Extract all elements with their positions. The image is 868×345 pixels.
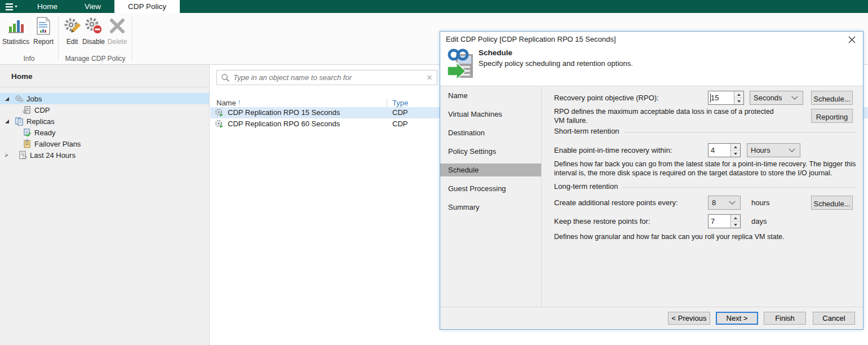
spin-down-icon[interactable] [731,151,740,157]
tab-view[interactable]: View [71,0,114,13]
ribbon-group-separator [132,16,132,61]
wizard-steps-nav: Name Virtual Machines Destination Policy… [440,86,542,307]
long-term-schedule-button[interactable]: Schedule... [811,196,853,210]
tree-item-cdp[interactable]: CDP [0,104,209,116]
statistics-button[interactable]: Statistics [3,16,28,51]
last-24-hours-icon [18,151,27,160]
pit-unit-dropdown[interactable]: Hours [747,143,800,157]
next-button[interactable]: Next > [716,312,758,325]
pit-value-spinner[interactable]: 4 [708,143,741,157]
veeam-console-window: Home View CDP Policy Statistics [0,0,868,345]
edit-gear-icon [63,16,82,36]
rpo-description: RPO defines the maximum acceptable data … [554,108,774,125]
restore-interval-unit-label: hours [751,198,770,207]
step-virtual-machines[interactable]: Virtual Machines [440,105,541,123]
tree-item-jobs[interactable]: Jobs [0,93,209,104]
spin-up-icon[interactable] [734,91,743,98]
step-name[interactable]: Name [440,86,541,105]
disable-button[interactable]: Disable [81,16,106,51]
delete-button[interactable]: Delete [105,16,130,51]
previous-button[interactable]: < Previous [668,312,710,325]
spin-up-icon[interactable] [731,215,740,222]
nav-panel-title: Home [11,72,33,81]
column-header-name[interactable]: Name [216,99,236,107]
ribbon-group-info: Statistics Report Inf [0,13,58,64]
ribbon-group-manage: Edit Disable [59,13,132,64]
nav-separator [0,87,209,87]
step-summary[interactable]: Summary [440,198,541,216]
keep-days-spinner[interactable]: 7 [708,214,741,228]
restore-interval-dropdown[interactable]: 8 [708,196,741,210]
statistics-icon [6,16,25,36]
create-restore-points-label: Create additional restore points every: [554,198,678,207]
step-destination[interactable]: Destination [440,123,541,142]
finish-button[interactable]: Finish [764,312,806,325]
spin-up-icon[interactable] [731,144,740,151]
failover-plans-icon [23,139,32,148]
tree-item-failover-plans[interactable]: Failover Plans [0,138,209,149]
keep-days-unit-label: days [751,217,767,225]
tab-cdp-policy[interactable]: CDP Policy [114,0,180,13]
step-guest-processing[interactable]: Guest Processing [440,179,541,198]
column-header-type[interactable]: Type [392,99,408,107]
clear-search-icon[interactable]: × [427,73,432,82]
cdp-job-icon [23,105,32,114]
edit-cdp-policy-dialog: Edit CDP Policy [CDP Replication RPO 15 … [440,31,863,330]
dialog-title: Edit CDP Policy [CDP Replication RPO 15 … [446,35,616,43]
wizard-banner: Schedule Specify policy scheduling and r… [440,46,863,86]
search-icon [221,73,230,82]
expander-open-icon[interactable] [5,97,9,101]
hamburger-menu-icon [6,3,18,11]
tree-item-last-24-hours[interactable]: Last 24 Hours [0,149,209,161]
rpo-value-spinner[interactable]: 15 [708,91,744,105]
tree-item-replicas[interactable]: Replicas [0,116,209,127]
report-button[interactable]: Report [31,16,56,51]
short-term-description: Defines how far back you can go from the… [554,160,857,178]
cdp-schedule-wizard-icon [447,47,475,82]
jobs-gears-icon [15,94,24,103]
wizard-step-title: Schedule [479,48,512,57]
step-schedule[interactable]: Schedule [440,161,541,179]
tab-home[interactable]: Home [24,0,71,13]
chevron-down-icon [791,93,798,99]
dialog-title-bar: Edit CDP Policy [CDP Replication RPO 15 … [440,32,863,46]
ribbon-tab-bar: Home View CDP Policy [0,0,868,13]
expander-open-icon[interactable] [5,120,9,123]
column-separator [387,98,387,108]
nav-tree: Jobs CDP Replicas [0,93,209,161]
keep-restore-points-label: Keep these restore points for: [554,217,650,225]
spinner-buttons [730,215,740,228]
wizard-footer: < Previous Next > Finish Cancel [440,307,863,329]
spin-down-icon[interactable] [734,98,743,104]
spinner-buttons [734,91,743,104]
rpo-schedule-button[interactable]: Schedule... [811,91,853,105]
delete-icon [108,16,127,36]
ready-icon [23,128,32,137]
reporting-button[interactable]: Reporting [811,109,853,123]
spin-down-icon[interactable] [731,222,740,228]
search-box: × [216,70,437,85]
replicas-icon [15,117,24,126]
close-icon[interactable] [846,34,857,45]
group-label-manage-cdp-policy: Manage CDP Policy [59,55,132,63]
chevron-down-icon [729,198,735,204]
schedule-settings-panel: Recovery point objective (RPO): 15 Secon… [542,86,863,307]
cancel-button[interactable]: Cancel [813,312,855,325]
expander-closed-icon[interactable] [5,153,8,157]
navigation-panel: Home Jobs CDP [0,65,210,345]
disable-gear-icon [84,16,103,36]
long-term-retention-group: Long-term retention [554,182,856,191]
step-policy-settings[interactable]: Policy Settings [440,142,541,161]
long-term-description: Defines how granular and how far back ca… [554,233,858,242]
rpo-label: Recovery point objective (RPO): [554,94,659,102]
chevron-down-icon [789,145,795,152]
search-input[interactable] [233,73,427,82]
cdp-policy-icon [215,120,224,129]
spinner-buttons [730,144,740,157]
short-term-retention-group: Short-term retention [554,127,856,136]
pit-recovery-label: Enable point-in-time recovery within: [554,146,672,154]
main-menu-button[interactable] [0,0,24,13]
tree-item-ready[interactable]: Ready [0,127,209,138]
rpo-unit-dropdown[interactable]: Seconds [750,91,803,105]
cdp-policy-icon [215,108,224,117]
